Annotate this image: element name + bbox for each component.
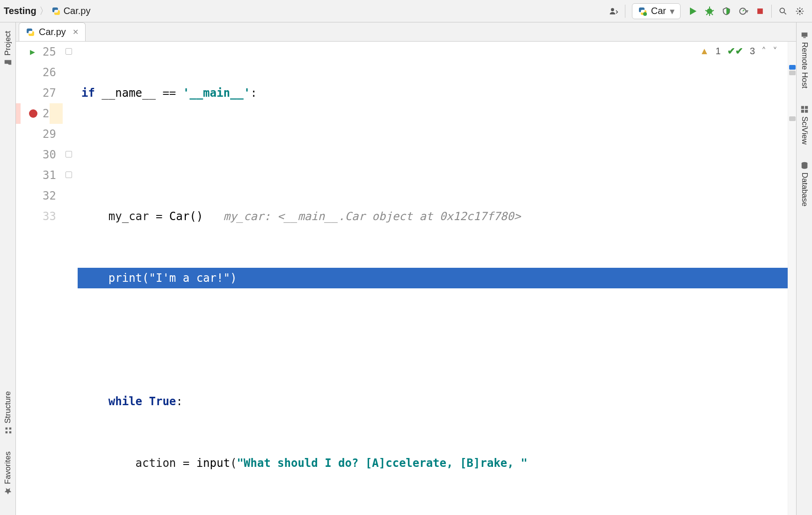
editor-gutter[interactable]: ▶25 26 27 28 29 30 31 32 33 — [16, 42, 63, 515]
search-everywhere-button[interactable] — [775, 3, 791, 20]
remote-icon — [800, 31, 809, 39]
database-icon — [800, 161, 809, 170]
breadcrumb-root[interactable]: Testing — [4, 6, 36, 16]
sciview-icon — [800, 105, 809, 114]
run-config-selector[interactable]: Car ▾ — [632, 3, 681, 19]
svg-point-2 — [707, 8, 712, 14]
svg-rect-68 — [805, 106, 807, 109]
database-tool-tab[interactable]: Database — [799, 158, 810, 209]
code-area[interactable]: if __name__ == '__main__': my_car = Car(… — [78, 42, 788, 515]
structure-tool-tab[interactable]: Structure — [2, 388, 14, 437]
top-toolbar: Testing 〉 Car.py Car ▾ ▾ — [0, 0, 812, 22]
right-tool-strip: Remote Host SciView Database — [796, 22, 812, 515]
editor-tab-row: Car.py ✕ — [16, 22, 796, 42]
svg-rect-69 — [801, 110, 804, 113]
settings-button[interactable] — [791, 3, 808, 20]
svg-rect-4 — [757, 8, 763, 14]
python-config-icon — [638, 7, 647, 16]
breadcrumb: Testing 〉 Car.py — [4, 5, 90, 17]
breadcrumb-file[interactable]: Car.py — [51, 6, 91, 16]
coverage-button[interactable] — [718, 3, 735, 20]
svg-rect-10 — [5, 428, 7, 430]
svg-point-0 — [611, 8, 614, 11]
svg-rect-65 — [801, 33, 807, 37]
favorites-tool-tab[interactable]: Favorites — [2, 449, 14, 498]
svg-rect-9 — [9, 428, 11, 430]
svg-rect-66 — [803, 37, 805, 38]
svg-point-5 — [780, 8, 784, 13]
svg-rect-70 — [805, 110, 807, 113]
run-button[interactable] — [684, 3, 701, 20]
code-editor[interactable]: ▲1 ✔✔3 ˄ ˅ ▶25 26 27 — [16, 42, 796, 515]
breadcrumb-separator: 〉 — [39, 5, 49, 17]
project-tool-tab[interactable]: Project — [2, 28, 14, 70]
fold-column[interactable] — [63, 42, 78, 515]
fold-handle[interactable] — [65, 172, 72, 178]
svg-rect-8 — [5, 431, 7, 434]
chevron-down-icon: ▾ — [670, 6, 674, 17]
current-execution-line: print("I'm a car!") — [78, 268, 788, 288]
error-stripe[interactable] — [788, 42, 796, 515]
structure-icon — [4, 426, 12, 435]
mark-info[interactable] — [789, 116, 796, 121]
fold-handle[interactable] — [65, 48, 72, 55]
stop-button[interactable] — [752, 3, 768, 20]
python-file-icon — [26, 28, 35, 37]
folder-icon — [4, 58, 12, 67]
mark-info[interactable] — [789, 71, 796, 75]
python-file-icon — [51, 7, 61, 16]
toolbar-divider — [625, 5, 625, 18]
breakpoint-icon[interactable] — [29, 109, 37, 118]
editor-tab[interactable]: Car.py ✕ — [19, 22, 86, 41]
left-tool-strip: Project Structure Favorites — [0, 22, 16, 515]
svg-rect-67 — [801, 106, 804, 109]
svg-rect-7 — [9, 431, 11, 434]
close-tab-button[interactable]: ✕ — [72, 28, 79, 36]
debug-button[interactable] — [701, 3, 718, 20]
vcs-user-button[interactable] — [605, 3, 622, 20]
inlay-hint: my_car: <__main__.Car object at 0x12c17f… — [203, 210, 521, 223]
profile-button[interactable]: ▾ — [735, 3, 752, 20]
star-icon — [4, 487, 12, 495]
svg-point-6 — [799, 10, 801, 12]
toolbar-divider — [771, 5, 772, 18]
breakpoint-stripe — [16, 103, 21, 124]
remote-host-tool-tab[interactable]: Remote Host — [799, 28, 810, 91]
mark-current[interactable] — [789, 65, 796, 70]
sciview-tool-tab[interactable]: SciView — [799, 102, 810, 147]
svg-point-1 — [643, 12, 647, 16]
run-gutter-icon[interactable]: ▶ — [30, 42, 35, 62]
fold-handle[interactable] — [65, 151, 72, 157]
